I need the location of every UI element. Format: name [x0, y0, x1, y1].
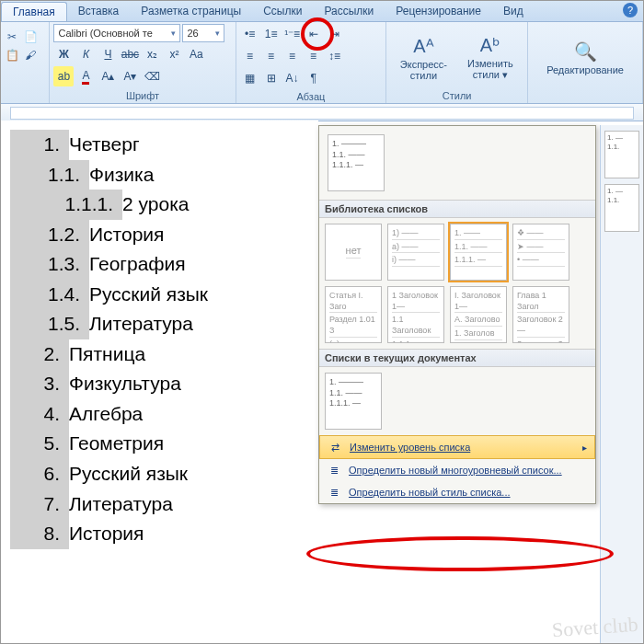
line-spacing-button[interactable]: ↕≡ [325, 46, 345, 66]
bold-button[interactable]: Ж [53, 44, 74, 64]
superscript-button[interactable]: x² [164, 44, 184, 64]
font-name-combo[interactable]: Calibri (Основной те▾ [53, 24, 180, 42]
copy-icon[interactable]: 📄 [23, 29, 38, 44]
menu-change-list-level[interactable]: ⇄ Изменить уровень списка ▸ [319, 435, 595, 459]
list-item[interactable]: 1.Четверг [10, 130, 318, 160]
tab-mailings[interactable]: Рассылки [313, 2, 385, 20]
library-thumb[interactable]: 1) ——a) ——i) —— [387, 224, 444, 281]
align-right-button[interactable]: ≡ [282, 46, 303, 66]
align-center-button[interactable]: ≡ [261, 46, 282, 66]
group-clipboard: ✂ 📄 📋 🖌 [1, 22, 50, 103]
font-size-value: 26 [187, 28, 198, 39]
group-label-paragraph: Абзац [240, 90, 383, 104]
grow-font-button[interactable]: A▴ [98, 66, 118, 86]
list-item[interactable]: 4.Алгебра [10, 399, 318, 430]
list-item[interactable]: 1.5.Литература [10, 309, 318, 339]
list-number: 6. [10, 459, 69, 489]
align-left-button[interactable]: ≡ [240, 46, 260, 66]
list-number: 2. [10, 339, 69, 370]
group-label-font: Шрифт [53, 89, 231, 103]
indent-icon: ⇄ [328, 440, 342, 454]
ruler[interactable] [1, 104, 643, 121]
tab-page-layout[interactable]: Разметка страницы [130, 2, 252, 20]
list-number: 1.4. [10, 280, 89, 310]
decrease-indent-button[interactable]: ⇤ [304, 24, 324, 44]
list-text: Физкультура [69, 369, 181, 399]
list-item[interactable]: 1.1.1.2 урока [10, 190, 318, 220]
ribbon: ✂ 📄 📋 🖌 Calibri (Основной те▾ 26▾ [1, 22, 643, 104]
indoc-thumb[interactable]: 1. ——— 1.1. —— 1.1.1. — [325, 373, 382, 430]
list-text: География [89, 249, 186, 280]
list-number: 3. [10, 369, 69, 399]
list-item[interactable]: 1.1.Физика [10, 160, 318, 190]
strike-button[interactable]: abc [120, 44, 140, 64]
font-name-value: Calibri (Основной те [58, 28, 152, 39]
list-item[interactable]: 2.Пятница [10, 339, 318, 370]
side-thumb-2[interactable]: 1. — 1.1. [604, 184, 639, 232]
tab-review[interactable]: Рецензирование [385, 2, 492, 20]
change-styles-button[interactable]: Aᵇ Изменить стили ▾ [457, 24, 523, 89]
library-thumb[interactable]: I. Заголовок 1—A. Заголово1. Заголов [450, 286, 507, 343]
library-thumb[interactable]: 1 Заголовок 1—1.1 Заголовок1.1.1 Заголов… [387, 286, 444, 343]
quick-styles-button[interactable]: Aᴬ Экспресс-стили [390, 24, 456, 89]
clear-format-button[interactable]: ⌫ [142, 66, 162, 86]
cut-icon[interactable]: ✂ [5, 29, 19, 44]
document-body[interactable]: 1.Четверг1.1.Физика1.1.1.2 урока1.2.Исто… [1, 121, 318, 643]
shading-button[interactable]: ▦ [240, 68, 260, 88]
help-icon[interactable]: ? [623, 3, 638, 17]
list-text: 2 урока [122, 190, 189, 220]
side-thumb-1[interactable]: 1. — 1.1. [604, 131, 639, 178]
justify-button[interactable]: ≡ [304, 46, 324, 66]
current-list-thumb[interactable]: 1. ——— 1.1. —— 1.1.1. — [328, 134, 385, 191]
library-thumb[interactable]: Статья I. ЗагоРаздел 1.01 З(a) Заголовок [325, 286, 382, 343]
list-item[interactable]: 1.3.География [10, 249, 318, 280]
underline-button[interactable]: Ч [98, 44, 118, 64]
list-item[interactable]: 1.2.История [10, 220, 318, 250]
group-paragraph: •≡ 1≡ ¹⁻≡ ⇤ ⇥ ≡ ≡ ≡ ≡ ↕≡ ▦ ⊞ A↓ ¶ [236, 22, 387, 103]
sort-button[interactable]: A↓ [282, 68, 303, 88]
increase-indent-button[interactable]: ⇥ [325, 24, 345, 44]
word-window: Главная Вставка Разметка страницы Ссылки… [0, 0, 644, 644]
list-item[interactable]: 8.История [10, 519, 318, 549]
subscript-button[interactable]: x₂ [142, 44, 162, 64]
library-thumb[interactable]: нет [325, 224, 382, 281]
list-text: Алгебра [69, 399, 143, 430]
shrink-font-button[interactable]: A▾ [120, 66, 140, 86]
change-case-button[interactable]: Aa [186, 44, 206, 64]
format-painter-icon[interactable]: 🖌 [23, 48, 38, 63]
menu-define-list-style[interactable]: ≣ Определить новый стиль списка... [319, 481, 595, 503]
library-thumb[interactable]: ❖ ——➤ ——• —— [512, 224, 569, 281]
font-size-combo[interactable]: 26▾ [182, 24, 224, 42]
group-styles: Aᴬ Экспресс-стили Aᵇ Изменить стили ▾ Ст… [386, 22, 528, 103]
list-text: Пятница [69, 339, 145, 370]
list-text: Русский язык [89, 280, 208, 310]
numbering-button[interactable]: 1≡ [261, 24, 282, 44]
menu-define-multilevel[interactable]: ≣ Определить новый многоуровневый список… [319, 459, 595, 481]
italic-button[interactable]: К [75, 44, 96, 64]
multilevel-list-button[interactable]: ¹⁻≡ [282, 24, 303, 44]
paste-icon[interactable]: 📋 [5, 48, 19, 63]
library-thumb[interactable]: 1. ——1.1. ——1.1.1. — [450, 224, 507, 281]
bullets-button[interactable]: •≡ [240, 24, 260, 44]
submenu-arrow-icon: ▸ [582, 443, 587, 453]
show-marks-button[interactable]: ¶ [304, 68, 324, 88]
editing-button[interactable]: 🔍 Редактирование [532, 24, 638, 89]
tab-home[interactable]: Главная [1, 2, 67, 21]
list-text: История [69, 519, 144, 549]
highlight-button[interactable]: ab [53, 66, 74, 86]
list-item[interactable]: 1.4.Русский язык [10, 280, 318, 310]
tab-insert[interactable]: Вставка [67, 2, 131, 20]
font-color-button[interactable]: A [75, 66, 96, 86]
library-thumb[interactable]: Глава 1 ЗаголЗаголовок 2—Заголовок 3— [512, 286, 569, 343]
tab-view[interactable]: Вид [492, 2, 535, 20]
list-style-icon: ≣ [327, 485, 341, 500]
list-item[interactable]: 5.Геометрия [10, 429, 318, 459]
list-item[interactable]: 3.Физкультура [10, 369, 318, 399]
styles-gallery-icon: Aᴬ [410, 33, 436, 59]
group-label-editing [532, 89, 638, 103]
panel-section-library: Библиотека списков [319, 200, 595, 218]
list-item[interactable]: 6.Русский язык [10, 459, 318, 489]
list-item[interactable]: 7.Литература [10, 489, 318, 520]
borders-button[interactable]: ⊞ [261, 68, 282, 88]
tab-references[interactable]: Ссылки [252, 2, 313, 20]
